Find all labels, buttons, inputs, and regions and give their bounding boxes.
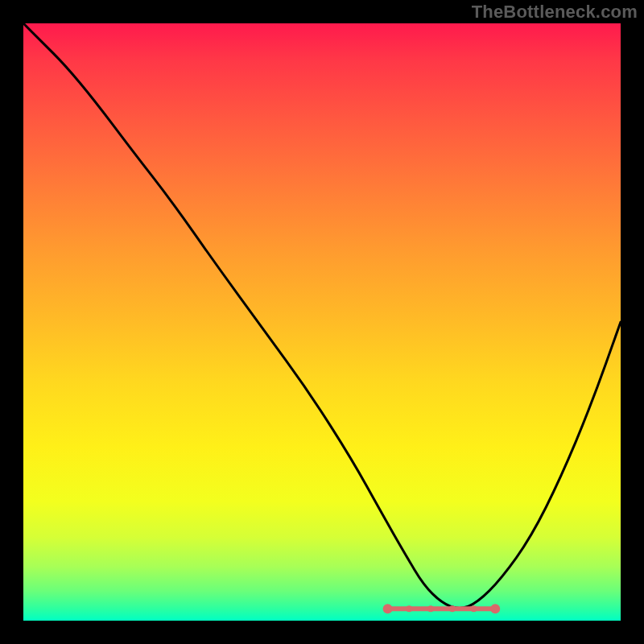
svg-point-3 [406,605,412,612]
curve-path [23,23,621,608]
svg-rect-2 [388,606,496,611]
optimal-markers [383,604,501,613]
svg-point-4 [427,605,434,612]
watermark-text: TheBottleneck.com [472,2,638,23]
svg-point-5 [449,605,456,612]
plot-area [23,23,621,621]
svg-point-6 [471,605,477,612]
bottleneck-curve [23,23,621,621]
